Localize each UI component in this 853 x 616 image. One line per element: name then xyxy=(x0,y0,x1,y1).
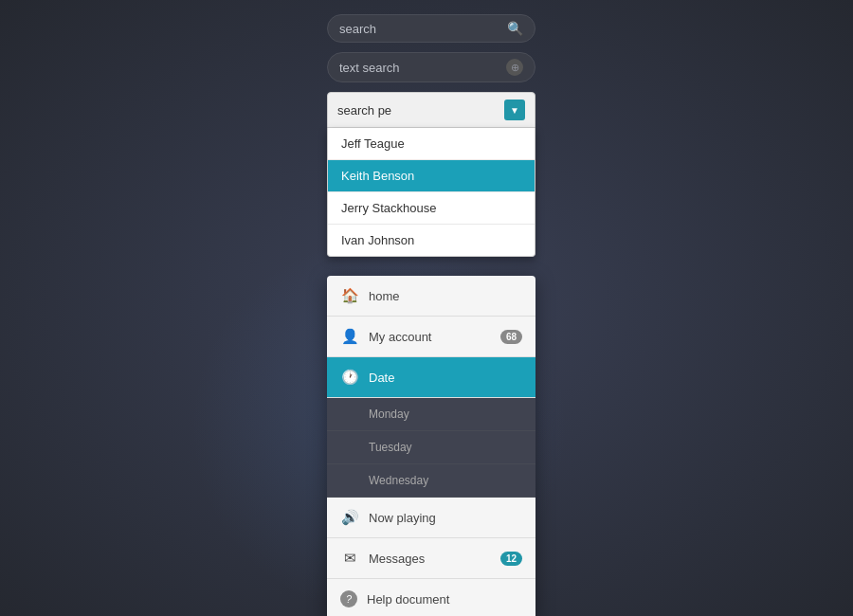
nav-label-now-playing: Now playing xyxy=(369,511,522,525)
nav-label-home: home xyxy=(369,289,522,303)
subitem-label-monday: Monday xyxy=(369,408,409,421)
dropdown-list: Jeff Teague Keith Benson Jerry Stackhous… xyxy=(327,128,535,257)
account-icon: 👤 xyxy=(340,328,359,345)
subitem-label-wednesday: Wednesday xyxy=(369,474,428,487)
home-icon: 🏠 xyxy=(340,287,359,304)
dropdown-item-keith[interactable]: Keith Benson xyxy=(328,160,535,192)
messages-icon: ✉ xyxy=(340,550,359,567)
nav-item-now-playing[interactable]: 🔊 Now playing xyxy=(327,498,535,538)
nav-subitem-monday[interactable]: Monday xyxy=(327,398,535,431)
search-bar-2[interactable]: ⊕ xyxy=(327,52,535,82)
nav-item-home[interactable]: 🏠 home xyxy=(327,276,535,317)
nav-subitem-wednesday[interactable]: Wednesday xyxy=(327,464,535,498)
combo-value: search pe xyxy=(337,103,504,118)
nav-label-help: Help document xyxy=(367,592,522,607)
subitem-label-tuesday: Tuesday xyxy=(369,441,412,454)
search-icon-1[interactable]: 🔍 xyxy=(507,21,523,36)
account-badge: 68 xyxy=(500,330,522,344)
nav-item-my-account[interactable]: 👤 My account 68 xyxy=(327,317,535,357)
search-section: 🔍 ⊕ search pe ▼ Jeff Teague Keith Benson… xyxy=(327,14,535,616)
clock-icon: 🕐 xyxy=(340,369,359,386)
nav-menu: 🏠 home 👤 My account 68 🕐 Date Monday Tue… xyxy=(327,276,535,616)
nav-item-messages[interactable]: ✉ Messages 12 xyxy=(327,538,535,579)
search-input-2[interactable] xyxy=(339,61,506,75)
combo-input[interactable]: search pe ▼ xyxy=(327,92,535,128)
nav-item-help[interactable]: ? Help document xyxy=(327,579,535,616)
nav-item-date[interactable]: 🕐 Date xyxy=(327,357,535,398)
nav-label-date: Date xyxy=(369,371,522,385)
messages-badge: 12 xyxy=(500,552,522,566)
dropdown-item-jeff[interactable]: Jeff Teague xyxy=(328,128,535,160)
dropdown-item-jerry[interactable]: Jerry Stackhouse xyxy=(328,192,535,225)
dropdown-item-ivan[interactable]: Ivan Johnson xyxy=(328,225,535,256)
search-bar-1[interactable]: 🔍 xyxy=(327,14,535,43)
combo-arrow-icon[interactable]: ▼ xyxy=(504,100,525,120)
speaker-icon: 🔊 xyxy=(340,509,359,526)
help-icon: ? xyxy=(340,590,357,607)
combo-dropdown: search pe ▼ Jeff Teague Keith Benson Jer… xyxy=(327,92,535,257)
nav-label-my-account: My account xyxy=(369,330,500,344)
search-input-1[interactable] xyxy=(339,22,507,36)
nav-label-messages: Messages xyxy=(369,552,500,566)
nav-subitem-tuesday[interactable]: Tuesday xyxy=(327,431,535,464)
text-search-icon[interactable]: ⊕ xyxy=(506,59,523,76)
